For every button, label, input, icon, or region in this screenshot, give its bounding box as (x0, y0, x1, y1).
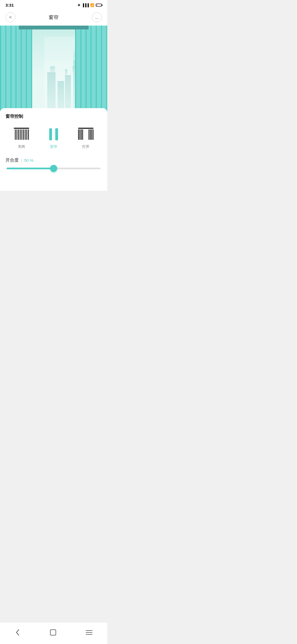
control-section-title: 窗帘控制 (6, 114, 102, 119)
back-button[interactable]: < (6, 12, 15, 22)
svg-rect-21 (26, 129, 27, 140)
svg-rect-32 (91, 129, 92, 140)
slider-title: 开合度 (6, 157, 19, 163)
control-open[interactable]: 打开 (77, 127, 95, 149)
svg-rect-16 (18, 129, 19, 140)
curtain-illustration (0, 26, 107, 114)
control-pause[interactable]: 暂停 (45, 127, 62, 149)
control-card: 窗帘控制 关闭 (0, 108, 107, 191)
svg-rect-22 (28, 129, 29, 140)
svg-rect-13 (14, 128, 29, 129)
pause-label: 暂停 (50, 144, 57, 149)
slider-section: 开合度 | 50 % (6, 157, 102, 169)
curtain-right (75, 26, 107, 114)
curtain-controls: 关闭 暂停 (6, 127, 102, 149)
bluetooth-icon: ✳ (78, 3, 80, 7)
slider-value: 50 % (24, 158, 34, 163)
svg-rect-26 (78, 129, 79, 140)
battery-icon (96, 4, 102, 7)
svg-rect-19 (23, 129, 24, 140)
open-curtain-icon-wrap (77, 127, 95, 141)
signal-icon: ▐▐▐ (82, 3, 89, 7)
svg-rect-15 (16, 129, 17, 140)
pause-curtain-icon-wrap (45, 127, 62, 141)
bottom-area (0, 191, 107, 232)
close-curtain-icon (14, 128, 29, 141)
header: < 窗帘 ... (0, 9, 107, 26)
slider-thumb[interactable] (50, 165, 57, 172)
curtain-left (0, 26, 32, 114)
svg-rect-31 (90, 129, 91, 140)
svg-rect-24 (55, 128, 58, 140)
status-bar: 3:31 ✳ ▐▐▐ 📶 (0, 0, 107, 9)
svg-rect-28 (81, 129, 82, 140)
status-icons: ✳ ▐▐▐ 📶 (78, 3, 102, 7)
svg-rect-14 (15, 129, 16, 140)
close-curtain-icon-wrap (13, 127, 30, 141)
slider-fill (7, 168, 54, 169)
open-curtain-icon (78, 128, 94, 141)
close-label: 关闭 (18, 144, 25, 149)
svg-rect-27 (79, 129, 80, 140)
svg-rect-25 (78, 128, 94, 129)
slider-header: 开合度 | 50 % (6, 157, 102, 163)
svg-rect-29 (82, 129, 83, 140)
control-close[interactable]: 关闭 (13, 127, 30, 149)
curtain-track (19, 26, 89, 29)
city-background (32, 26, 75, 114)
curtain-stripe (1, 26, 5, 114)
pause-curtain-icon (46, 128, 61, 141)
svg-rect-20 (25, 129, 26, 140)
status-time: 3:31 (6, 3, 14, 7)
wifi-icon: 📶 (90, 3, 94, 7)
svg-rect-23 (49, 128, 52, 140)
svg-rect-33 (93, 129, 94, 140)
svg-rect-30 (89, 129, 89, 140)
svg-rect-17 (20, 129, 21, 140)
svg-rect-18 (21, 129, 22, 140)
slider-container[interactable] (7, 168, 101, 169)
more-button[interactable]: ... (92, 12, 102, 22)
open-label: 打开 (82, 144, 89, 149)
page-title: 窗帘 (49, 14, 59, 21)
slider-divider: | (21, 158, 22, 163)
